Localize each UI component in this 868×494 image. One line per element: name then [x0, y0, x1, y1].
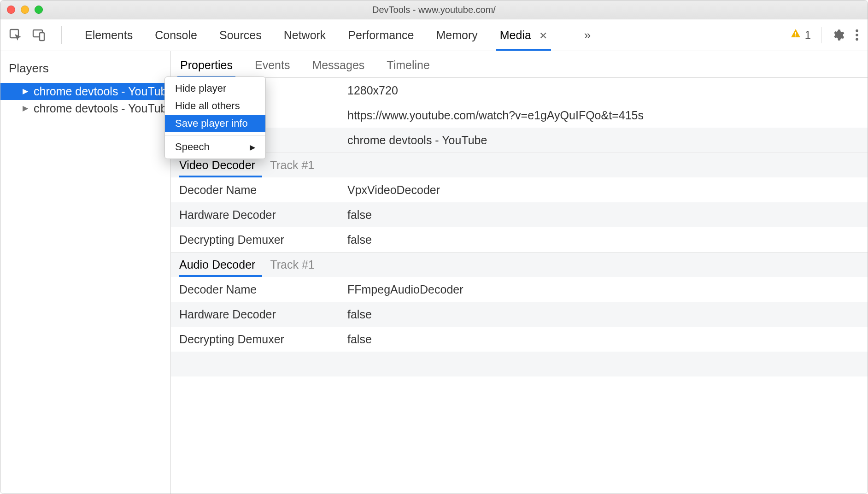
- property-row-empty: [171, 376, 868, 401]
- minimize-window-button[interactable]: [21, 6, 29, 14]
- tab-memory[interactable]: Memory: [435, 20, 478, 50]
- subtab-messages[interactable]: Messages: [311, 53, 365, 77]
- property-value: chrome devtools - YouTube: [347, 134, 487, 147]
- svg-point-7: [856, 38, 858, 41]
- section-title: Video Decoder: [179, 159, 255, 172]
- warnings-indicator[interactable]: 1: [790, 28, 811, 42]
- settings-icon[interactable]: [832, 29, 845, 41]
- property-row: Resolution 1280x720: [171, 78, 868, 103]
- content-area: Players ▶ chrome devtools - YouTube ▶ ch…: [0, 51, 868, 494]
- ctx-item-label: Speech: [175, 141, 210, 153]
- tab-performance[interactable]: Performance: [347, 20, 415, 50]
- context-menu: Hide player Hide all others Save player …: [164, 76, 266, 159]
- property-value: FFmpegAudioDecoder: [347, 283, 463, 296]
- warning-icon: [790, 28, 801, 42]
- tab-label: Media: [500, 29, 531, 41]
- tab-media[interactable]: Media ✕: [499, 20, 548, 50]
- tab-label: Elements: [85, 29, 133, 41]
- caret-right-icon: ▶: [23, 104, 28, 112]
- property-value: VpxVideoDecoder: [347, 183, 440, 197]
- tab-sources[interactable]: Sources: [218, 20, 263, 50]
- ctx-separator: [165, 135, 265, 135]
- property-key: Decoder Name: [179, 183, 347, 197]
- chevron-right-icon: ▶: [250, 143, 255, 152]
- close-icon[interactable]: ✕: [539, 30, 547, 41]
- window-controls: [7, 6, 43, 14]
- property-row: Decrypting Demuxer false: [171, 327, 868, 352]
- ctx-hide-player[interactable]: Hide player: [165, 80, 265, 97]
- subtab-timeline[interactable]: Timeline: [386, 53, 431, 77]
- subtab-label: Timeline: [387, 59, 430, 71]
- section-header-audio-decoder: Audio Decoder Track #1: [171, 252, 868, 277]
- property-value: 1280x720: [347, 84, 398, 97]
- property-value: false: [347, 233, 372, 247]
- tab-label: Memory: [436, 29, 477, 41]
- property-row: Decrypting Demuxer false: [171, 227, 868, 252]
- ctx-hide-all-others[interactable]: Hide all others: [165, 97, 265, 115]
- property-row: Decoder Name VpxVideoDecoder: [171, 177, 868, 202]
- toolbar-divider: [61, 26, 62, 44]
- subtab-events[interactable]: Events: [254, 53, 291, 77]
- property-value: false: [347, 333, 372, 346]
- zoom-window-button[interactable]: [35, 6, 43, 14]
- toolbar-divider: [821, 27, 821, 43]
- player-item[interactable]: ▶ chrome devtools - YouTube: [0, 100, 170, 117]
- tab-label: Network: [284, 29, 326, 41]
- property-key: Decoder Name: [179, 283, 347, 296]
- sidebar-heading: Players: [0, 51, 170, 83]
- tab-network[interactable]: Network: [283, 20, 327, 50]
- property-key: Hardware Decoder: [179, 308, 347, 321]
- property-row: Frame URL https://www.youtube.com/watch?…: [171, 103, 868, 128]
- svg-point-5: [856, 29, 858, 32]
- property-row: Frame Title chrome devtools - YouTube: [171, 128, 868, 153]
- property-key: Hardware Decoder: [179, 208, 347, 222]
- toolbar-right-group: 1: [790, 27, 859, 43]
- panel-subtabs: Properties Events Messages Timeline: [171, 51, 868, 78]
- toolbar-left-group: [9, 26, 68, 44]
- players-sidebar: Players ▶ chrome devtools - YouTube ▶ ch…: [0, 51, 171, 494]
- players-tree: ▶ chrome devtools - YouTube ▶ chrome dev…: [0, 83, 170, 117]
- subtab-label: Messages: [312, 59, 364, 71]
- device-toolbar-icon[interactable]: [32, 28, 46, 42]
- tab-label: Console: [155, 29, 197, 41]
- properties-list: Resolution 1280x720 Frame URL https://ww…: [171, 78, 868, 494]
- tab-label: Performance: [348, 29, 414, 41]
- svg-point-6: [856, 34, 858, 36]
- property-row: Hardware Decoder false: [171, 202, 868, 227]
- ctx-item-label: Save player info: [175, 118, 248, 129]
- devtools-window: DevTools - www.youtube.com/ Elements Con…: [0, 0, 868, 494]
- player-item[interactable]: ▶ chrome devtools - YouTube: [0, 83, 170, 100]
- subtab-properties[interactable]: Properties: [179, 53, 234, 77]
- caret-right-icon: ▶: [23, 87, 28, 95]
- properties-panel: Properties Events Messages Timeline Reso…: [171, 51, 868, 494]
- main-toolbar: Elements Console Sources Network Perform…: [0, 19, 868, 51]
- property-key: Decrypting Demuxer: [179, 233, 347, 247]
- panel-tabs: Elements Console Sources Network Perform…: [84, 20, 591, 50]
- property-value: https://www.youtube.com/watch?v=e1gAyQuI…: [347, 109, 644, 122]
- tab-elements[interactable]: Elements: [84, 20, 134, 50]
- ctx-item-label: Hide all others: [175, 100, 240, 112]
- svg-rect-3: [795, 32, 796, 35]
- property-row-empty: [171, 352, 868, 376]
- inspect-element-icon[interactable]: [9, 28, 23, 42]
- close-window-button[interactable]: [7, 6, 15, 14]
- section-subtitle: Track #1: [270, 159, 314, 172]
- warning-count: 1: [805, 29, 811, 41]
- subtab-label: Events: [255, 59, 290, 71]
- kebab-menu-icon[interactable]: [855, 29, 859, 41]
- property-value: false: [347, 308, 372, 321]
- player-item-label: chrome devtools - YouTube: [34, 102, 173, 115]
- ctx-save-player-info[interactable]: Save player info: [165, 115, 265, 132]
- property-key: Decrypting Demuxer: [179, 333, 347, 346]
- tab-label: Sources: [219, 29, 262, 41]
- more-tabs-button[interactable]: »: [584, 28, 591, 42]
- ctx-speech-submenu[interactable]: Speech ▶: [165, 138, 265, 156]
- svg-rect-4: [795, 35, 796, 36]
- property-row: Decoder Name FFmpegAudioDecoder: [171, 277, 868, 302]
- section-subtitle: Track #1: [270, 258, 314, 271]
- subtab-label: Properties: [180, 59, 233, 71]
- tab-console[interactable]: Console: [154, 20, 198, 50]
- section-title: Audio Decoder: [179, 258, 255, 271]
- player-item-label: chrome devtools - YouTube: [34, 85, 173, 98]
- window-title: DevTools - www.youtube.com/: [0, 5, 868, 15]
